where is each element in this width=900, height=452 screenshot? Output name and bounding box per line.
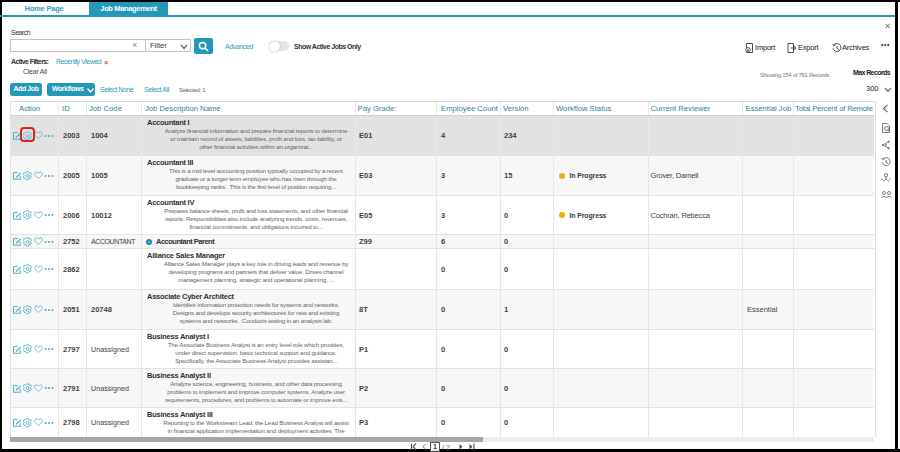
svg-text:/: / [442, 443, 444, 450]
svg-text:2: 2 [446, 443, 450, 450]
svg-text:1: 1 [433, 443, 437, 450]
